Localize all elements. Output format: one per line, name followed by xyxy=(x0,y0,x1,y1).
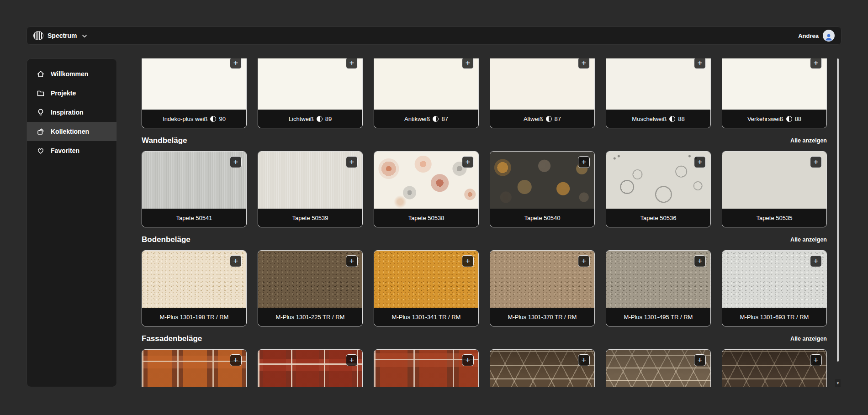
sidebar-item-willkommen[interactable]: Willkommen xyxy=(27,64,116,84)
contrast-ratio-icon xyxy=(669,116,675,122)
material-card[interactable]: + Tapete 50540 xyxy=(490,151,595,227)
card-label-text: Tapete 50540 xyxy=(524,215,561,221)
add-to-project-button[interactable]: + xyxy=(694,255,706,267)
sidebar-item-inspiration[interactable]: Inspiration xyxy=(27,103,116,122)
card-label: M-Plus 1301-341 TR / RM xyxy=(374,308,478,326)
show-all-link[interactable]: Alle anzeigen xyxy=(790,336,827,342)
material-card[interactable]: + Tapete 50539 xyxy=(258,151,363,227)
sidebar-item-projekte[interactable]: Projekte xyxy=(27,84,116,103)
material-card[interactable]: + Tapete 50536 xyxy=(606,151,711,227)
material-swatch: + xyxy=(258,251,362,308)
material-card[interactable]: + Muschelweiß 88 xyxy=(606,58,711,128)
material-swatch: + xyxy=(606,58,710,110)
contrast-ratio-icon xyxy=(433,116,439,122)
user-menu[interactable]: Andrea xyxy=(798,30,835,42)
card-metric: 90 xyxy=(219,116,225,122)
section-title: Wandbeläge xyxy=(142,136,187,145)
material-card[interactable]: + xyxy=(258,349,363,387)
card-label-text: Tapete 50539 xyxy=(292,215,328,221)
material-card[interactable]: + M-Plus 1301-341 TR / RM xyxy=(374,250,479,326)
card-label-text: M-Plus 1301-225 TR / RM xyxy=(276,314,345,320)
card-label: M-Plus 1301-495 TR / RM xyxy=(606,308,710,326)
chevron-down-icon xyxy=(82,32,87,39)
material-card[interactable]: + M-Plus 1301-225 TR / RM xyxy=(258,250,363,326)
material-card[interactable]: + Tapete 50541 xyxy=(142,151,247,227)
material-card[interactable]: + Lichtweiß 89 xyxy=(258,58,363,128)
material-card[interactable]: + Tapete 50538 xyxy=(374,151,479,227)
material-swatch: + xyxy=(374,152,478,209)
card-metric: 87 xyxy=(555,116,561,122)
card-label-text: M-Plus 1301-370 TR / RM xyxy=(508,314,577,320)
material-card[interactable]: + xyxy=(374,349,479,387)
brand-menu[interactable]: Spectrum xyxy=(33,31,87,40)
sections: + Indeko-plus weiß 90 + Lichtweiß 89 + A… xyxy=(142,58,827,387)
material-card[interactable]: + Tapete 50535 xyxy=(722,151,827,227)
add-to-project-button[interactable]: + xyxy=(810,58,822,69)
card-label-text: Antikweiß xyxy=(404,116,430,122)
card-label: Altweiß 87 xyxy=(490,110,594,128)
card-label-text: M-Plus 1301-341 TR / RM xyxy=(392,314,461,320)
add-to-project-button[interactable]: + xyxy=(694,354,706,366)
add-to-project-button[interactable]: + xyxy=(346,156,358,168)
collections-icon xyxy=(37,127,45,136)
sidebar-item-label: Projekte xyxy=(51,89,76,97)
card-label-text: Tapete 50541 xyxy=(176,215,212,221)
add-to-project-button[interactable]: + xyxy=(810,156,822,168)
material-card[interactable]: + xyxy=(142,349,247,387)
material-card[interactable]: + xyxy=(490,349,595,387)
add-to-project-button[interactable]: + xyxy=(694,156,706,168)
contrast-ratio-icon xyxy=(317,116,323,122)
show-all-link[interactable]: Alle anzeigen xyxy=(790,137,827,144)
add-to-project-button[interactable]: + xyxy=(346,255,358,267)
material-card[interactable]: + xyxy=(606,349,711,387)
material-swatch: + xyxy=(606,350,710,387)
contrast-ratio-icon xyxy=(210,116,216,122)
add-to-project-button[interactable]: + xyxy=(694,58,706,69)
add-to-project-button[interactable]: + xyxy=(230,354,242,366)
collection-section: Bodenbeläge Alle anzeigen + M-Plus 1301-… xyxy=(142,235,827,326)
material-card[interactable]: + M-Plus 1301-495 TR / RM xyxy=(606,250,711,326)
show-all-link[interactable]: Alle anzeigen xyxy=(790,236,827,243)
sidebar: Willkommen Projekte Inspiration Kollekti… xyxy=(26,58,117,387)
add-to-project-button[interactable]: + xyxy=(578,156,590,168)
add-to-project-button[interactable]: + xyxy=(462,58,474,69)
add-to-project-button[interactable]: + xyxy=(578,255,590,267)
add-to-project-button[interactable]: + xyxy=(346,354,358,366)
add-to-project-button[interactable]: + xyxy=(810,354,822,366)
card-metric: 88 xyxy=(795,116,801,122)
card-grid: + Tapete 50541 + Tapete 50539 + Tapete 5… xyxy=(142,151,827,227)
add-to-project-button[interactable]: + xyxy=(230,58,242,69)
add-to-project-button[interactable]: + xyxy=(462,255,474,267)
material-swatch: + xyxy=(490,251,594,308)
sidebar-item-favoriten[interactable]: Favoriten xyxy=(27,141,116,160)
card-label: Indeko-plus weiß 90 xyxy=(142,110,246,128)
material-swatch: + xyxy=(374,251,478,308)
add-to-project-button[interactable]: + xyxy=(230,255,242,267)
material-card[interactable]: + xyxy=(722,349,827,387)
material-card[interactable]: + M-Plus 1301-198 TR / RM xyxy=(142,250,247,326)
add-to-project-button[interactable]: + xyxy=(578,354,590,366)
material-card[interactable]: + Indeko-plus weiß 90 xyxy=(142,58,247,128)
collection-section: + Indeko-plus weiß 90 + Lichtweiß 89 + A… xyxy=(142,58,827,128)
sidebar-item-kollektionen[interactable]: Kollektionen xyxy=(27,122,116,141)
add-to-project-button[interactable]: + xyxy=(810,255,822,267)
add-to-project-button[interactable]: + xyxy=(462,156,474,168)
material-swatch: + xyxy=(490,152,594,209)
material-swatch: + xyxy=(142,251,246,308)
material-card[interactable]: + Verkehrsweiß 88 xyxy=(722,58,827,128)
card-grid: + Indeko-plus weiß 90 + Lichtweiß 89 + A… xyxy=(142,58,827,128)
sidebar-item-label: Kollektionen xyxy=(51,128,89,135)
material-card[interactable]: + Antikweiß 87 xyxy=(374,58,479,128)
top-bar: Spectrum Andrea xyxy=(26,26,842,45)
card-label: M-Plus 1301-198 TR / RM xyxy=(142,308,246,326)
add-to-project-button[interactable]: + xyxy=(230,156,242,168)
add-to-project-button[interactable]: + xyxy=(578,58,590,69)
add-to-project-button[interactable]: + xyxy=(346,58,358,69)
material-card[interactable]: + M-Plus 1301-693 TR / RM xyxy=(722,250,827,326)
card-label: M-Plus 1301-225 TR / RM xyxy=(258,308,362,326)
scrollbar-down-button[interactable]: ▾ xyxy=(835,379,841,387)
material-card[interactable]: + M-Plus 1301-370 TR / RM xyxy=(490,250,595,326)
scrollbar-thumb[interactable] xyxy=(837,58,839,362)
material-card[interactable]: + Altweiß 87 xyxy=(490,58,595,128)
add-to-project-button[interactable]: + xyxy=(462,354,474,366)
